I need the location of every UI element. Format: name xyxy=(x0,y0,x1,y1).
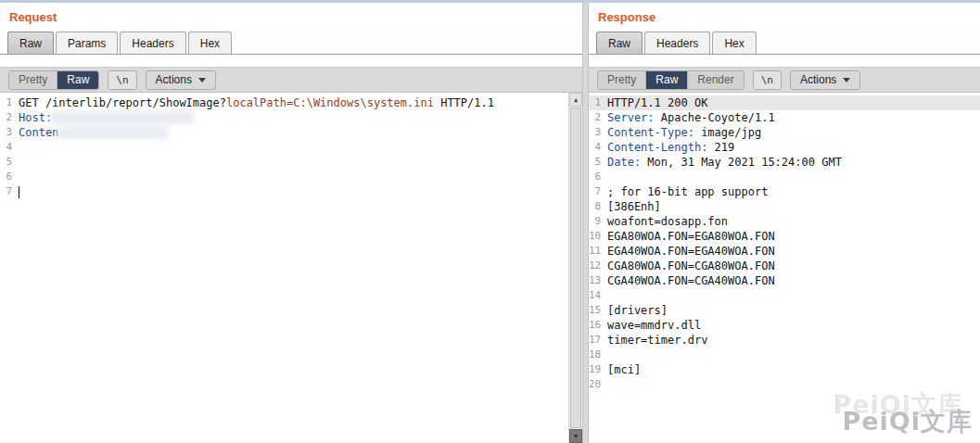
tab-hex[interactable]: Hex xyxy=(188,32,232,54)
scroll-up-button[interactable]: ▲ xyxy=(569,93,582,107)
code-line: 6 xyxy=(589,170,980,184)
raw-button[interactable]: Raw xyxy=(57,71,98,89)
response-editor[interactable]: 1HTTP/1.1 200 OK2Server: Apache-Coyote/1… xyxy=(589,93,980,443)
line-number: 16 xyxy=(589,318,607,333)
code-text: GET /interlib/report/ShowImage? xyxy=(19,96,226,109)
code-line: 20 xyxy=(589,377,980,392)
pretty-button[interactable]: Pretty xyxy=(598,71,646,89)
line-number: 1 xyxy=(589,95,607,110)
scroll-down-button[interactable]: ▼ xyxy=(569,429,582,443)
code-line: 5Date: Mon, 31 May 2021 15:24:00 GMT xyxy=(589,155,980,170)
newline-toggle-button[interactable]: \n xyxy=(108,70,136,90)
line-number: 2 xyxy=(589,110,607,125)
line-number: 1 xyxy=(0,95,19,110)
line-content: [mci] xyxy=(607,362,641,377)
response-code-lines: 1HTTP/1.1 200 OK2Server: Apache-Coyote/1… xyxy=(589,95,980,392)
code-text: CGA80WOA.FON=CGA80WOA.FON xyxy=(607,259,775,272)
code-line: 7 xyxy=(0,184,582,199)
line-number: 18 xyxy=(589,348,607,362)
line-content: EGA80WOA.FON=EGA80WOA.FON xyxy=(607,229,775,244)
line-number: 5 xyxy=(589,155,607,170)
line-content: CGA80WOA.FON=CGA80WOA.FON xyxy=(607,259,775,273)
chevron-down-icon xyxy=(198,78,206,82)
code-text: EGA80WOA.FON=EGA80WOA.FON xyxy=(607,230,775,243)
code-line: 3Content-Type: image/jpg xyxy=(589,125,980,140)
code-text: [drivers] xyxy=(607,304,668,317)
line-number: 11 xyxy=(589,244,607,259)
request-editor[interactable]: 1GET /interlib/report/ShowImage?localPat… xyxy=(0,93,582,443)
line-number: 4 xyxy=(0,140,19,155)
tab-hex[interactable]: Hex xyxy=(712,32,756,54)
tab-headers[interactable]: Headers xyxy=(644,32,710,54)
chevron-down-icon xyxy=(843,78,850,82)
line-content: Content-Type: image/jpg xyxy=(607,125,761,140)
tab-raw[interactable]: Raw xyxy=(596,32,643,54)
request-toolbar: PrettyRaw \n Actions xyxy=(0,67,582,93)
pretty-button[interactable]: Pretty xyxy=(9,71,57,89)
code-text: Conten xyxy=(19,126,58,139)
code-text: Date: xyxy=(607,156,641,169)
redacted-text xyxy=(52,112,193,123)
down-arrow-icon: ▼ xyxy=(574,433,578,440)
code-text: EGA40WOA.FON=EGA40WOA.FON xyxy=(607,245,775,258)
response-view-mode-switch: PrettyRawRender xyxy=(597,70,745,90)
line-content: HTTP/1.1 200 OK xyxy=(607,95,707,110)
line-number: 9 xyxy=(589,214,607,229)
code-text: Server: xyxy=(607,111,655,124)
line-content: Conten xyxy=(19,125,168,140)
code-line: 10EGA80WOA.FON=EGA80WOA.FON xyxy=(589,229,980,244)
line-content: GET /interlib/report/ShowImage?localPath… xyxy=(19,95,494,110)
tab-params[interactable]: Params xyxy=(56,32,118,54)
actions-button[interactable]: Actions xyxy=(146,70,216,90)
line-number: 10 xyxy=(589,229,607,244)
line-content: ; for 16-bit app support xyxy=(607,184,768,199)
code-line: 2Server: Apache-Coyote/1.1 xyxy=(589,110,980,125)
line-number: 6 xyxy=(589,170,607,184)
render-button[interactable]: Render xyxy=(688,71,743,89)
actions-label: Actions xyxy=(156,73,192,86)
redacted-text xyxy=(58,127,168,138)
up-arrow-icon: ▲ xyxy=(574,96,578,104)
scrollbar-thumb[interactable] xyxy=(570,108,581,428)
code-line: 13CGA40WOA.FON=CGA40WOA.FON xyxy=(589,273,980,288)
response-panel-title: Response xyxy=(589,3,980,30)
line-number: 2 xyxy=(0,110,19,125)
line-number: 19 xyxy=(589,362,607,377)
line-number: 7 xyxy=(589,184,607,199)
code-text: Apache-Coyote/1.1 xyxy=(655,111,775,124)
line-content: timer=timer.drv xyxy=(607,333,707,348)
code-text: [386Enh] xyxy=(607,200,661,213)
code-line: 5 xyxy=(0,155,582,170)
code-line: 14 xyxy=(589,288,980,303)
code-text: localPath=C:\Windows\system.ini xyxy=(226,96,434,109)
vertical-scrollbar[interactable]: ▲ ▼ xyxy=(568,93,582,443)
response-tab-bar: RawHeadersHex xyxy=(589,30,980,55)
code-text: Content-Length: xyxy=(607,141,707,154)
actions-button[interactable]: Actions xyxy=(790,70,860,90)
code-text: CGA40WOA.FON=CGA40WOA.FON xyxy=(607,274,775,287)
response-panel: Response RawHeadersHex PrettyRawRender \… xyxy=(589,3,980,443)
request-tab-bar: RawParamsHeadersHex xyxy=(0,30,582,55)
line-content: wave=mmdrv.dll xyxy=(607,318,701,333)
code-text: HTTP/1.1 200 OK xyxy=(607,96,707,109)
code-text: timer=timer.drv xyxy=(607,334,707,347)
tab-raw[interactable]: Raw xyxy=(7,32,54,54)
line-content: Content-Length: 219 xyxy=(607,140,734,155)
code-text: 219 xyxy=(707,141,734,154)
tab-headers[interactable]: Headers xyxy=(120,32,185,54)
raw-button[interactable]: Raw xyxy=(646,71,688,89)
line-content: CGA40WOA.FON=CGA40WOA.FON xyxy=(607,273,775,288)
line-content: [386Enh] xyxy=(607,199,661,214)
line-content: Date: Mon, 31 May 2021 15:24:00 GMT xyxy=(607,155,842,170)
newline-toggle-button[interactable]: \n xyxy=(753,70,782,90)
line-content: Host: xyxy=(19,110,193,125)
code-line: 1HTTP/1.1 200 OK xyxy=(589,95,980,110)
actions-label: Actions xyxy=(800,73,836,86)
code-line: 3Conten xyxy=(0,125,582,140)
panel-divider[interactable] xyxy=(582,3,589,443)
line-number: 17 xyxy=(589,333,607,348)
code-line: 2Host: xyxy=(0,110,582,125)
code-text: wave=mmdrv.dll xyxy=(607,319,701,332)
line-number: 8 xyxy=(589,199,607,214)
request-panel-title: Request xyxy=(0,3,582,30)
